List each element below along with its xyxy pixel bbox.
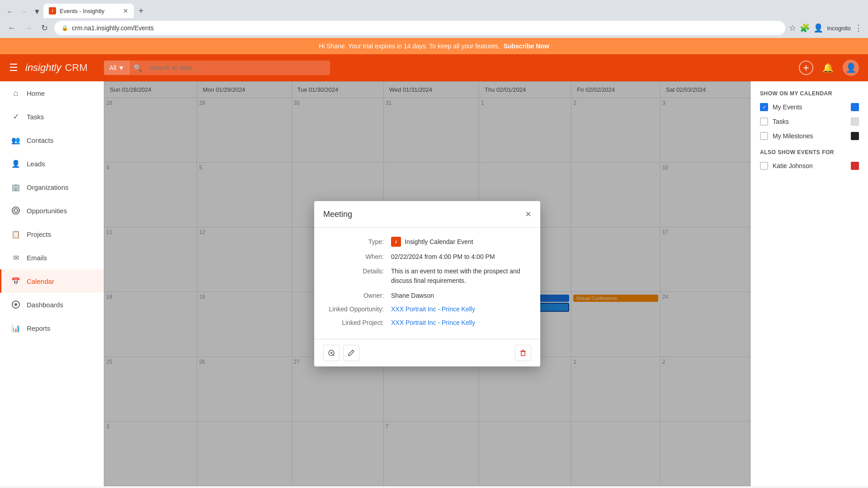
search-all-btn[interactable]: All ▼ — [104, 61, 130, 75]
tab-close-btn[interactable]: ✕ — [123, 7, 128, 14]
reports-label: Reports — [27, 324, 51, 332]
app-header: ☰ insightly CRM All ▼ 🔍 + 🔔 👤 — [0, 54, 868, 81]
calendar-label: Calendar — [27, 277, 54, 285]
trial-banner: Hi Shane. Your trial expires in 14 days.… — [0, 38, 868, 54]
sidebar-item-dashboards[interactable]: Dashboards — [0, 293, 104, 316]
milestones-checkbox[interactable] — [760, 132, 768, 140]
extensions-btn[interactable]: 🧩 — [800, 23, 810, 33]
search-input[interactable] — [146, 61, 330, 75]
tab-bar: ← → ▼ i Events - Insightly ✕ + — [0, 0, 868, 18]
modal-body: Type: i Insightly Calendar Event When: 0… — [314, 228, 540, 339]
reports-icon: 📊 — [10, 323, 21, 333]
emails-icon: ✉ — [10, 252, 21, 263]
owner-label: Owner: — [323, 292, 391, 299]
bookmark-btn[interactable]: ☆ — [789, 23, 796, 33]
projects-icon: 📋 — [10, 229, 21, 239]
modal-title: Meeting — [323, 210, 352, 219]
sidebar-item-calendar[interactable]: 📅 Calendar — [0, 269, 104, 293]
dashboards-label: Dashboards — [27, 301, 63, 309]
user-btn[interactable]: 👤 — [843, 60, 859, 76]
milestones-color — [851, 132, 859, 140]
show-section-title: SHOW ON MY CALENDAR — [760, 90, 859, 97]
hamburger-btn[interactable]: ☰ — [9, 62, 18, 74]
contacts-label: Contacts — [27, 136, 53, 144]
sidebar-item-home[interactable]: ⌂ Home — [0, 81, 104, 105]
sidebar-item-organizations[interactable]: 🏢 Organizations — [0, 175, 104, 199]
add-btn[interactable]: + — [799, 61, 813, 75]
leads-label: Leads — [27, 160, 45, 168]
home-label: Home — [27, 89, 45, 97]
meeting-modal: Meeting × Type: i Insightly Calendar Eve… — [314, 201, 540, 366]
delete-btn[interactable] — [515, 345, 531, 361]
opportunities-icon — [10, 205, 21, 216]
type-label: Type: — [323, 238, 391, 245]
sidebar-item-opportunities[interactable]: Opportunities — [0, 199, 104, 222]
insightly-event-badge: i — [391, 237, 401, 247]
opportunities-label: Opportunities — [27, 207, 67, 215]
modal-row-linked-proj: Linked Project: XXX Portrait Inc - Princ… — [323, 319, 531, 326]
main-layout: ⌂ Home ✓ Tasks 👥 Contacts 👤 Leads 🏢 Orga… — [0, 81, 868, 486]
browser-tab[interactable]: i Events - Insightly ✕ — [43, 4, 134, 18]
calendar-icon: 📅 — [10, 276, 21, 286]
sidebar-item-tasks[interactable]: ✓ Tasks — [0, 105, 104, 128]
forward-btn[interactable]: → — [18, 5, 31, 18]
new-tab-btn[interactable]: + — [134, 4, 148, 18]
tasks-label: Tasks — [27, 113, 44, 121]
tasks-show-label: Tasks — [773, 118, 846, 125]
notifications-btn[interactable]: 🔔 — [822, 62, 834, 73]
linked-proj-link[interactable]: XXX Portrait Inc - Prince Kelly — [391, 319, 531, 326]
linked-opp-label: Linked Opportunity: — [323, 305, 391, 313]
sidebar-item-projects[interactable]: 📋 Projects — [0, 222, 104, 246]
when-value: 02/22/2024 from 4:00 PM to 4:00 PM — [391, 253, 531, 260]
katie-checkbox[interactable] — [760, 162, 768, 170]
sidebar: ⌂ Home ✓ Tasks 👥 Contacts 👤 Leads 🏢 Orga… — [0, 81, 104, 486]
owner-value: Shane Dawson — [391, 292, 531, 299]
details-label: Details: — [323, 267, 391, 286]
milestones-label: My Milestones — [773, 132, 846, 140]
header-actions: + 🔔 👤 — [799, 60, 859, 76]
show-on-calendar-section: SHOW ON MY CALENDAR ✓ My Events Tasks My… — [760, 90, 859, 140]
back-btn[interactable]: ← — [4, 5, 16, 18]
profile-btn[interactable]: 👤 — [813, 23, 823, 33]
nav-bar: ← → ↻ 🔒 crm.na1.insightly.com/Events ☆ 🧩… — [0, 18, 868, 38]
tasks-show-item: Tasks — [760, 117, 859, 126]
edit-btn[interactable] — [343, 345, 359, 361]
nav-forward-btn[interactable]: → — [22, 22, 34, 34]
menu-btn[interactable]: ⋮ — [854, 23, 863, 33]
svg-rect-7 — [521, 352, 525, 356]
modal-overlay: Meeting × Type: i Insightly Calendar Eve… — [104, 81, 750, 486]
history-btn[interactable]: ▼ — [33, 5, 42, 18]
type-value: i Insightly Calendar Event — [391, 237, 473, 247]
calendar-area: Sun 01/28/2024 Mon 01/29/2024 Tue 01/30/… — [104, 81, 750, 486]
browser-chrome: ← → ▼ i Events - Insightly ✕ + ← → ↻ 🔒 c… — [0, 0, 868, 38]
linked-opp-link[interactable]: XXX Portrait Inc - Prince Kelly — [391, 305, 531, 313]
modal-action-buttons — [323, 345, 359, 361]
katie-label: Katie Johnson — [773, 162, 846, 169]
leads-icon: 👤 — [10, 158, 21, 169]
sidebar-item-emails[interactable]: ✉ Emails — [0, 246, 104, 269]
tasks-color — [851, 117, 859, 126]
sidebar-item-leads[interactable]: 👤 Leads — [0, 152, 104, 175]
organizations-icon: 🏢 — [10, 182, 21, 192]
modal-row-when: When: 02/22/2024 from 4:00 PM to 4:00 PM — [323, 253, 531, 260]
emails-label: Emails — [27, 254, 47, 262]
sidebar-item-contacts[interactable]: 👥 Contacts — [0, 128, 104, 152]
type-text: Insightly Calendar Event — [405, 238, 473, 245]
address-bar[interactable]: 🔒 crm.na1.insightly.com/Events — [54, 21, 785, 35]
tab-favicon: i — [49, 7, 56, 14]
nav-back-btn[interactable]: ← — [5, 22, 18, 34]
tasks-checkbox[interactable] — [760, 117, 768, 126]
svg-point-0 — [12, 207, 19, 214]
modal-row-owner: Owner: Shane Dawson — [323, 292, 531, 299]
linked-proj-label: Linked Project: — [323, 319, 391, 326]
katie-color — [851, 162, 859, 170]
sidebar-item-reports[interactable]: 📊 Reports — [0, 316, 104, 340]
my-events-checkbox[interactable]: ✓ — [760, 103, 768, 111]
view-btn[interactable] — [323, 345, 340, 361]
also-section-title: ALSO SHOW EVENTS FOR — [760, 149, 859, 155]
svg-point-1 — [14, 209, 18, 212]
projects-label: Projects — [27, 230, 51, 238]
nav-reload-btn[interactable]: ↻ — [38, 22, 51, 34]
subscribe-link[interactable]: Subscribe Now — [504, 42, 549, 50]
modal-close-btn[interactable]: × — [525, 208, 531, 220]
